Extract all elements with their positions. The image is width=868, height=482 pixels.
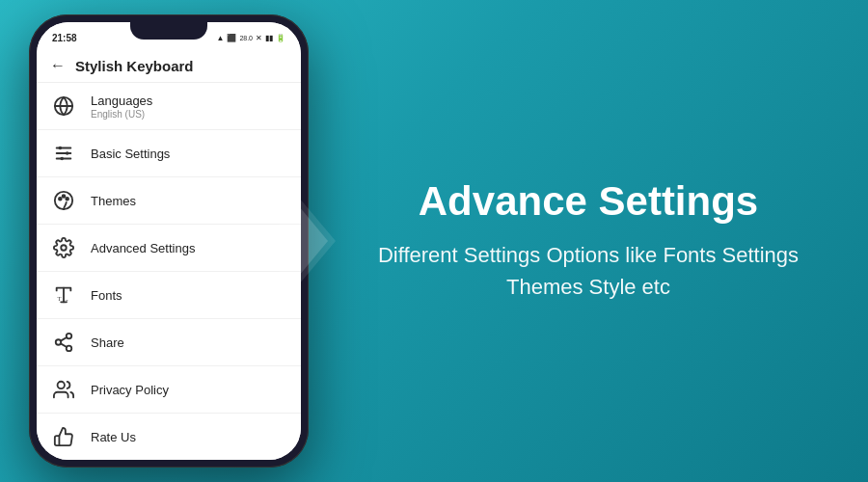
- status-time: 21:58: [52, 33, 77, 43]
- people-icon: [50, 376, 77, 403]
- svg-point-9: [59, 198, 62, 201]
- advanced-settings-label: Advanced Settings: [91, 241, 195, 255]
- menu-item-rate-us[interactable]: Rate Us: [37, 414, 301, 460]
- basic-settings-text: Basic Settings: [91, 147, 170, 161]
- share-text: Share: [91, 335, 124, 350]
- sliders-icon: [50, 140, 77, 167]
- privacy-policy-label: Privacy Policy: [91, 383, 169, 397]
- phone-device: 21:58 ▲ ⬛ 28.0 ✕ ▮▮ 🔋 ← Stylish Keyboard: [29, 14, 309, 468]
- themes-label: Themes: [91, 194, 136, 208]
- languages-label: Languages: [91, 94, 152, 108]
- thumbs-up-icon: [50, 423, 77, 450]
- svg-point-6: [66, 151, 69, 155]
- advance-settings-heading: Advance Settings: [419, 179, 758, 224]
- fonts-text: Fonts: [91, 288, 122, 303]
- font-icon: T T: [50, 281, 77, 308]
- menu-list: Languages English (US): [37, 83, 301, 460]
- phone-wrapper: 21:58 ▲ ⬛ 28.0 ✕ ▮▮ 🔋 ← Stylish Keyboard: [0, 5, 309, 477]
- svg-point-10: [63, 195, 66, 198]
- svg-point-7: [60, 157, 64, 161]
- languages-sublabel: English (US): [91, 109, 152, 120]
- menu-item-privacy-policy[interactable]: Privacy Policy: [37, 366, 301, 414]
- menu-item-fonts[interactable]: T T Fonts: [37, 272, 301, 319]
- svg-point-5: [59, 147, 63, 150]
- svg-point-12: [61, 245, 67, 251]
- fonts-label: Fonts: [91, 288, 122, 303]
- advanced-settings-text: Advanced Settings: [91, 241, 195, 255]
- status-icons: ▲ ⬛ 28.0 ✕ ▮▮ 🔋: [216, 34, 285, 42]
- share-icon: [50, 329, 77, 356]
- arrow-decoration-2: [299, 198, 336, 284]
- notch: [130, 22, 207, 40]
- svg-line-20: [61, 343, 67, 347]
- phone-screen: 21:58 ▲ ⬛ 28.0 ✕ ▮▮ 🔋 ← Stylish Keyboard: [37, 22, 301, 460]
- rate-us-label: Rate Us: [91, 430, 136, 444]
- basic-settings-label: Basic Settings: [91, 147, 170, 161]
- languages-text: Languages English (US): [91, 94, 152, 120]
- palette-icon: [50, 187, 77, 214]
- app-bar: ← Stylish Keyboard: [37, 49, 301, 83]
- menu-item-basic-settings[interactable]: Basic Settings: [37, 130, 301, 177]
- status-bar: 21:58 ▲ ⬛ 28.0 ✕ ▮▮ 🔋: [37, 22, 301, 49]
- menu-item-advanced-settings[interactable]: Advanced Settings: [37, 225, 301, 272]
- menu-item-share[interactable]: Share: [37, 319, 301, 366]
- menu-item-themes[interactable]: Themes: [37, 177, 301, 225]
- gear-icon: [50, 234, 77, 261]
- share-label: Share: [91, 335, 124, 350]
- privacy-policy-text: Privacy Policy: [91, 383, 169, 397]
- back-button[interactable]: ←: [50, 57, 66, 74]
- app-title: Stylish Keyboard: [75, 58, 194, 74]
- menu-item-languages[interactable]: Languages English (US): [37, 83, 301, 130]
- right-panel: Advance Settings Different Settings Opti…: [309, 160, 868, 322]
- svg-point-11: [66, 198, 68, 201]
- svg-point-22: [58, 382, 65, 388]
- svg-text:T: T: [58, 295, 62, 302]
- rate-us-text: Rate Us: [91, 430, 136, 444]
- svg-line-21: [61, 337, 67, 341]
- advance-settings-description: Different Settings Options like Fonts Se…: [347, 239, 829, 303]
- themes-text: Themes: [91, 194, 136, 208]
- globe-icon: [50, 93, 77, 120]
- svg-text:T: T: [66, 299, 68, 304]
